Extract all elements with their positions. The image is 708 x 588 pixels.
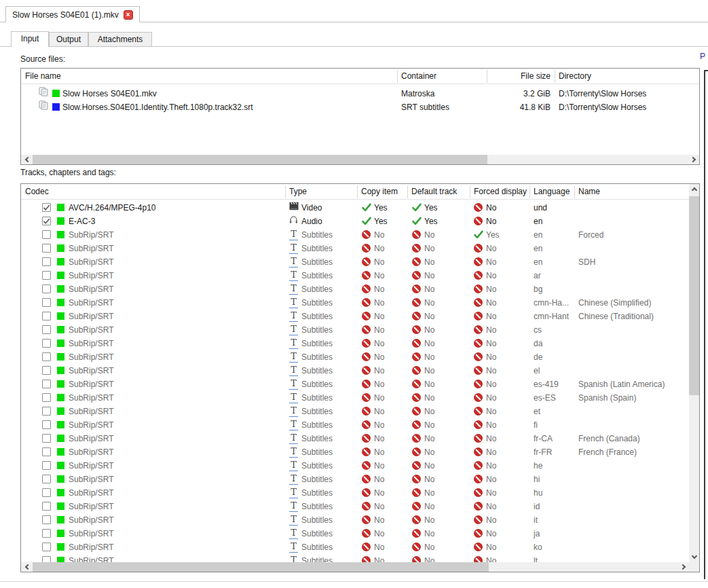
track-color-square: [57, 326, 64, 333]
track-row[interactable]: SubRip/SRTTSubtitlesNoNoNoel: [21, 364, 688, 378]
track-checkbox[interactable]: [42, 461, 51, 470]
tab-attachments[interactable]: Attachments: [88, 32, 152, 47]
track-checkbox[interactable]: [42, 312, 51, 320]
col-header-name[interactable]: Name: [578, 184, 600, 199]
track-checkbox[interactable]: [42, 244, 51, 253]
header-separator[interactable]: [487, 70, 487, 83]
tracks-h-scrollbar[interactable]: [21, 562, 689, 572]
track-row[interactable]: SubRip/SRTTSubtitlesNoNoNobg: [21, 282, 688, 296]
track-row[interactable]: SubRip/SRTTSubtitlesNoNoNolt: [21, 554, 688, 562]
header-separator[interactable]: [470, 185, 470, 198]
header-separator[interactable]: [397, 70, 398, 83]
track-row[interactable]: SubRip/SRTTSubtitlesNoNoNohi: [21, 473, 688, 486]
track-row[interactable]: SubRip/SRTTSubtitlesNoNoNoen: [21, 242, 688, 255]
source-files-label: Source files:: [20, 54, 65, 64]
scroll-right-arrow[interactable]: [688, 155, 699, 164]
track-row[interactable]: SubRip/SRTTSubtitlesNoNoNohu: [21, 486, 688, 500]
scroll-up-arrow[interactable]: [689, 184, 699, 195]
track-row[interactable]: SubRip/SRTTSubtitlesNoNoNoes-ESSpanish (…: [21, 391, 688, 405]
source-h-scrollbar[interactable]: [21, 155, 699, 164]
header-separator[interactable]: [574, 185, 575, 198]
header-separator[interactable]: [357, 185, 358, 198]
no-icon: [362, 352, 371, 361]
track-checkbox[interactable]: [42, 257, 51, 266]
scrollbar-thumb[interactable]: [689, 196, 699, 395]
track-checkbox[interactable]: [42, 203, 51, 212]
track-checkbox[interactable]: [42, 352, 51, 361]
track-checkbox[interactable]: [42, 515, 51, 524]
track-checkbox[interactable]: [42, 325, 51, 334]
col-header-type[interactable]: Type: [289, 184, 307, 199]
track-checkbox[interactable]: [42, 543, 51, 551]
track-row[interactable]: SubRip/SRTTSubtitlesNoNoNoet: [21, 405, 688, 418]
track-row[interactable]: SubRip/SRTTSubtitlesNoNoNocmn-Ha...Chine…: [21, 296, 688, 310]
track-row[interactable]: SubRip/SRTTSubtitlesNoNoNoko: [21, 540, 688, 554]
tab-output[interactable]: Output: [49, 32, 88, 47]
track-row[interactable]: SubRip/SRTTSubtitlesNoNoNoes-419Spanish …: [21, 378, 688, 391]
track-checkbox[interactable]: [42, 434, 51, 443]
tab-input[interactable]: Input: [11, 31, 49, 47]
track-row[interactable]: SubRip/SRTTSubtitlesNoNoNohe: [21, 459, 688, 473]
track-row[interactable]: SubRip/SRTTSubtitlesNoNoNoit: [21, 513, 688, 527]
scrollbar-thumb[interactable]: [33, 562, 489, 572]
subtitles-icon: T: [289, 365, 298, 376]
document-tab[interactable]: Slow Horses S04E01 (1).mkv ×: [5, 6, 140, 22]
track-row[interactable]: SubRip/SRTTSubtitlesNoNoNoid: [21, 500, 688, 513]
track-row[interactable]: SubRip/SRTTSubtitlesNoNoNofr-CAFrench (C…: [21, 432, 688, 445]
col-header-file-name[interactable]: File name: [25, 69, 61, 84]
track-checkbox[interactable]: [42, 502, 51, 511]
default-track-value: No: [424, 378, 434, 391]
col-header-codec[interactable]: Codec: [25, 184, 49, 199]
track-checkbox[interactable]: [42, 230, 51, 239]
col-header-file-size[interactable]: File size: [487, 69, 551, 84]
header-separator[interactable]: [555, 70, 555, 83]
col-header-forced-display[interactable]: Forced display: [474, 184, 527, 199]
source-file-row[interactable]: Slow.Horses.S04E01.Identity.Theft.1080p.…: [21, 100, 699, 114]
scroll-right-arrow[interactable]: [677, 562, 689, 572]
track-checkbox[interactable]: [42, 271, 51, 280]
track-row[interactable]: SubRip/SRTTSubtitlesNoNoNoja: [21, 527, 688, 540]
track-row[interactable]: SubRip/SRTTSubtitlesNoNoNode: [21, 350, 688, 364]
col-header-language[interactable]: Language: [534, 184, 570, 199]
track-row[interactable]: SubRip/SRTTSubtitlesNoNoNofi: [21, 418, 688, 432]
track-row[interactable]: SubRip/SRTTSubtitlesNoNoNofr-FRFrench (F…: [21, 445, 688, 459]
track-row[interactable]: SubRip/SRTTSubtitlesNoNoNocs: [21, 323, 688, 337]
track-checkbox[interactable]: [42, 298, 51, 307]
track-checkbox[interactable]: [42, 447, 51, 456]
track-checkbox[interactable]: [42, 556, 51, 562]
header-separator[interactable]: [285, 185, 286, 198]
tracks-v-scrollbar[interactable]: [689, 184, 699, 562]
forced-display-value: No: [486, 350, 496, 364]
track-checkbox[interactable]: [42, 407, 51, 416]
track-row[interactable]: E-AC-3AudioYesYesNoen: [21, 215, 688, 228]
track-checkbox[interactable]: [42, 339, 51, 348]
track-checkbox[interactable]: [42, 529, 51, 538]
scrollbar-thumb[interactable]: [33, 155, 487, 164]
track-checkbox[interactable]: [42, 488, 51, 497]
track-row[interactable]: AVC/H.264/MPEG-4p10VideoYesYesNound: [21, 201, 688, 215]
scroll-left-arrow[interactable]: [21, 155, 33, 164]
col-header-container[interactable]: Container: [401, 69, 436, 84]
col-header-copy-item[interactable]: Copy item: [361, 184, 398, 199]
track-checkbox[interactable]: [42, 284, 51, 293]
scroll-left-arrow[interactable]: [21, 562, 33, 572]
track-row[interactable]: SubRip/SRTTSubtitlesNoNoNoenSDH: [21, 255, 688, 269]
header-separator[interactable]: [529, 185, 530, 198]
track-row[interactable]: SubRip/SRTTSubtitlesNoNoNoda: [21, 337, 688, 350]
track-row[interactable]: SubRip/SRTTSubtitlesNoNoNoar: [21, 269, 688, 282]
source-file-row[interactable]: Slow Horses S04E01.mkvMatroska3.2 GiBD:\…: [21, 87, 699, 100]
track-checkbox[interactable]: [42, 420, 51, 429]
track-checkbox[interactable]: [42, 217, 51, 225]
track-checkbox[interactable]: [42, 393, 51, 402]
track-checkbox[interactable]: [42, 475, 51, 483]
track-checkbox[interactable]: [42, 380, 51, 388]
col-header-default-track[interactable]: Default track: [411, 184, 457, 199]
col-header-directory[interactable]: Directory: [559, 69, 591, 84]
track-row[interactable]: SubRip/SRTTSubtitlesNoNoNocmn-HantChines…: [21, 310, 688, 323]
track-checkbox[interactable]: [42, 366, 51, 375]
track-row[interactable]: SubRip/SRTTSubtitlesNoNoYesenForced: [21, 228, 688, 242]
header-separator[interactable]: [407, 185, 408, 198]
no-icon: [362, 380, 371, 388]
scroll-down-arrow[interactable]: [689, 551, 699, 562]
close-tab-icon[interactable]: ×: [124, 10, 133, 20]
